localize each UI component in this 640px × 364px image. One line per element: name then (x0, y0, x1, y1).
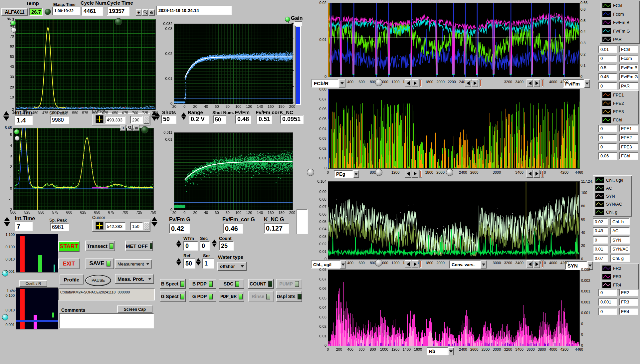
fcbr-dropdown[interactable]: FCb/R (312, 79, 339, 88)
mode-button-b-spect[interactable]: B Spect (160, 279, 186, 289)
scroll-knob[interactable] (446, 169, 453, 176)
scroll-right-button[interactable] (412, 79, 418, 87)
int-tim-value[interactable]: 1.4 (15, 115, 33, 125)
mode-button-dspl-sts[interactable]: Dspl Sts (276, 291, 302, 302)
ref-value[interactable]: 50 (183, 259, 195, 269)
legend-item-label[interactable]: Fcom (613, 12, 639, 16)
cursor1-scroll[interactable] (144, 116, 149, 124)
graph-tool-plus-button[interactable]: + (136, 9, 141, 16)
scroll-knob[interactable] (375, 259, 382, 267)
conv-vars-dropdown[interactable]: Conv. vars. (449, 261, 481, 269)
graph-tool-pan-button[interactable] (149, 9, 155, 16)
water-type-dropdown[interactable]: offshor (217, 262, 247, 271)
mode-button-g-pdp[interactable]: G PDP (189, 291, 216, 302)
scroll-position-bar[interactable] (419, 79, 422, 87)
graph-tool-zoom-button[interactable] (142, 9, 148, 16)
legend-item-label[interactable]: FR4 (613, 282, 638, 287)
save-button[interactable]: SAVE (86, 258, 114, 269)
transect-button[interactable]: Transect (85, 241, 115, 251)
blue-spectrum-plot[interactable] (15, 19, 156, 110)
scroll-left-button[interactable] (405, 260, 411, 268)
gain-slider-thumb[interactable] (293, 21, 302, 26)
legend-item-label[interactable]: FPE3 (613, 109, 638, 114)
cursor1-icon[interactable] (96, 115, 104, 123)
scroll-position-bar[interactable] (419, 260, 422, 268)
mode-button-b-pdp[interactable]: B PDP (189, 279, 216, 289)
int-time-spinner[interactable] (4, 217, 10, 227)
profile-button[interactable]: Profile (60, 274, 84, 284)
legend-item-label[interactable]: FPE1 (613, 92, 638, 97)
legend-item-label[interactable]: Fv/Fm G (613, 29, 639, 33)
graph2-led-gray[interactable] (15, 136, 20, 141)
scroll-position-bar[interactable] (419, 170, 422, 178)
mode-button-count[interactable]: COUNT (248, 279, 274, 289)
graph2-tool-pan-button[interactable] (133, 125, 139, 131)
peg-dropdown[interactable]: PEg (334, 170, 353, 178)
legend-item-label[interactable]: Chl., ug/l (606, 178, 631, 182)
scroll-position-bar[interactable] (541, 260, 544, 268)
range-value[interactable]: 0.2 V (189, 115, 209, 124)
scroll-right-button[interactable] (533, 170, 540, 178)
comments-input[interactable] (59, 313, 154, 328)
wtm-value[interactable]: 0 (183, 241, 198, 251)
ref-spinner[interactable] (176, 258, 181, 266)
scroll-left-button[interactable] (465, 79, 471, 87)
scroll-position-bar[interactable] (541, 170, 544, 178)
legend-item-label[interactable]: SYN/AC (606, 202, 631, 206)
wtm-spinner[interactable] (176, 240, 181, 248)
scroll-left-button[interactable] (527, 260, 533, 268)
screen-cap-button[interactable]: Screen Cap (117, 305, 152, 313)
green-spectrum-plot[interactable] (13, 128, 154, 210)
scroll-knob[interactable] (375, 169, 382, 176)
scroll-knob[interactable] (307, 169, 314, 176)
meas-prot-dropdown[interactable]: Meas. Prot. (115, 274, 154, 284)
rb-dropdown[interactable]: Rb (427, 347, 448, 355)
start-button[interactable]: START (58, 241, 80, 252)
pause-button[interactable]: PAUSE (85, 275, 111, 286)
scroll-position-bar[interactable] (541, 79, 544, 87)
mode-button-sdc[interactable]: SDC (219, 279, 244, 289)
legend-item-label[interactable]: FR3 (613, 274, 638, 279)
fvfm-dropdown-button[interactable] (584, 79, 590, 88)
scroll-position-bar[interactable] (479, 79, 482, 87)
legend-item-label[interactable]: AC (606, 186, 631, 190)
met-off-button[interactable]: MET OFF (125, 241, 153, 251)
graph1-led-gray[interactable] (11, 27, 16, 33)
range-spinner[interactable] (181, 112, 186, 120)
scr-spinner[interactable] (196, 258, 201, 266)
scroll-left-button[interactable] (405, 79, 411, 87)
conv-vars-dropdown-button[interactable] (481, 261, 487, 269)
measurement-dropdown[interactable]: Measurement (115, 259, 152, 269)
scroll-right-button[interactable] (533, 260, 540, 268)
legend-item-label[interactable]: PAR (613, 37, 639, 42)
exit-button[interactable]: EXIT (58, 259, 80, 269)
legend-item-label[interactable]: SYN (606, 194, 631, 198)
mode-button-g-spect[interactable]: G Spect (160, 291, 186, 302)
legend-item-label[interactable]: FChl (613, 117, 638, 122)
shots-value[interactable]: 50 (161, 115, 176, 124)
rb-dropdown-button[interactable] (448, 347, 454, 355)
graph2-right-spinner[interactable] (151, 217, 157, 227)
scroll-left-button[interactable] (527, 170, 533, 178)
legend-item-label[interactable]: FChl (613, 3, 639, 8)
legend-item-label[interactable]: FR2 (613, 266, 638, 271)
scroll-left-button[interactable] (527, 79, 533, 87)
graph2-tool-plus-button[interactable]: + (120, 125, 126, 131)
count-spinner[interactable] (212, 240, 217, 247)
scroll-left-button[interactable] (405, 170, 411, 178)
legend-item-label[interactable]: Chl. g (606, 210, 631, 214)
scroll-right-button[interactable] (412, 170, 418, 178)
count-value[interactable]: 25 (219, 241, 234, 251)
scroll-right-button[interactable] (412, 260, 418, 268)
scr-value[interactable]: 1 (202, 259, 214, 269)
mode-button-pdp-br[interactable]: PDP_BR (219, 291, 244, 302)
cursor2-scroll[interactable] (144, 222, 149, 230)
graph2-tool-zoom-button[interactable] (127, 125, 133, 131)
data-path-display[interactable]: C:\data\KM24-SOPACE\20241118_000000 (58, 288, 155, 300)
legend-item-label[interactable]: FPE2 (613, 101, 638, 105)
cursor2-icon[interactable] (96, 222, 104, 230)
legend-item-label[interactable]: Fv/Fm B (613, 20, 639, 25)
scroll-knob[interactable] (375, 79, 382, 86)
scroll-right-button[interactable] (533, 79, 540, 87)
peg-dropdown-button[interactable] (353, 170, 359, 178)
